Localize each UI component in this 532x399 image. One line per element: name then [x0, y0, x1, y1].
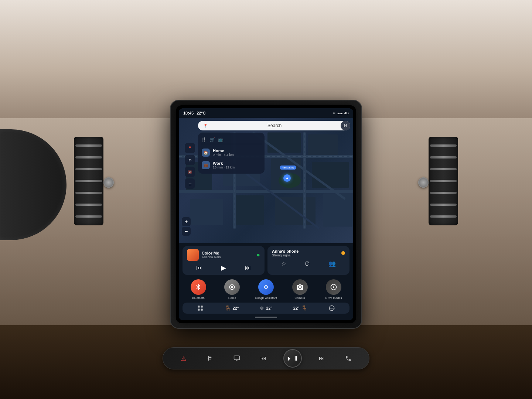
assistant-app-icon: [258, 279, 274, 295]
nav-destination-work[interactable]: 💼 Work 16 min · 12 km: [201, 160, 262, 171]
map-area[interactable]: 📍 ⚙ 🔇 ⚏ 📍 Search ▲ 🍴: [179, 118, 353, 243]
next-media-button[interactable]: ⏭: [315, 352, 328, 365]
work-dest-name: Work: [213, 161, 235, 166]
right-knob[interactable]: [418, 177, 429, 188]
favorites-button[interactable]: ☆: [281, 260, 286, 267]
nav-cat-shop[interactable]: 🛒: [209, 137, 215, 142]
svg-rect-34: [234, 356, 240, 360]
zoom-in-button[interactable]: +: [182, 217, 191, 226]
svg-point-23: [231, 286, 233, 288]
right-vent: [429, 137, 458, 225]
nav-location-icon[interactable]: 📍: [185, 143, 195, 153]
work-dest-detail: 16 min · 12 km: [213, 166, 235, 169]
search-text: Search: [267, 123, 282, 128]
nav-overlay: 📍 ⚙ 🔇 ⚏ 📍 Search ▲ 🍴: [182, 121, 350, 174]
prev-media-button[interactable]: ⏮: [257, 352, 270, 365]
svg-rect-30: [201, 309, 202, 311]
phone-info: Anna's phone Strong signal: [272, 249, 341, 257]
play-pause-button[interactable]: ▶: [221, 264, 226, 272]
music-artist: Arizona Rain: [202, 255, 253, 259]
radio-app-icon: [224, 279, 240, 295]
vent-blade: [430, 204, 457, 206]
seat-heat-driver-icon: 🪑: [225, 305, 231, 311]
climate-row: 🪑 22° ❄ 22° 22° 🪑: [183, 303, 349, 314]
heated-seat-button[interactable]: [204, 352, 217, 365]
side-nav: 📍 ⚙ 🔇 ⚏: [185, 143, 195, 189]
quick-app-camera[interactable]: Camera: [284, 279, 316, 300]
recents-button[interactable]: ⏱: [304, 260, 310, 267]
contacts-button[interactable]: 👥: [328, 260, 336, 267]
screen: 10:45 22°C ∗ ▴▴▴ 4G: [179, 108, 353, 320]
vent-blade: [75, 215, 102, 218]
vent-blade: [430, 168, 457, 170]
phone-card-header: Anna's phone Strong signal: [272, 249, 345, 257]
nav-destination-home[interactable]: 🏠 Home 9 min · 6.4 km: [201, 147, 262, 158]
music-controls: ⏮ ▶ ⏭: [187, 264, 260, 272]
left-knob[interactable]: [103, 177, 114, 188]
quick-app-radio[interactable]: Radio: [216, 279, 248, 300]
vent-blade: [75, 204, 102, 206]
zoom-out-button[interactable]: −: [182, 227, 191, 236]
drive-modes-app-icon: [326, 279, 341, 295]
search-bar[interactable]: 📍 Search ▲: [198, 121, 350, 130]
svg-rect-28: [201, 306, 202, 307]
vent-blade: [430, 144, 457, 147]
passenger-temp-item[interactable]: 22° 🪑: [293, 305, 308, 311]
media-row: Color Me Arizona Rain ● ⏮ ▶ ⏭: [179, 243, 353, 278]
music-card[interactable]: Color Me Arizona Rain ● ⏮ ▶ ⏭: [183, 246, 265, 275]
screen-share-button[interactable]: [230, 352, 243, 365]
next-track-button[interactable]: ⏭: [245, 265, 251, 271]
drive-modes-app-label: Drive modes: [325, 296, 342, 300]
nav-cat-food[interactable]: 🍴: [201, 137, 207, 142]
apps-grid[interactable]: [197, 305, 204, 311]
vent-blade: [430, 192, 457, 194]
quick-app-assistant[interactable]: Google Assistant: [250, 279, 282, 300]
vent-blade: [75, 192, 102, 194]
hazard-lights-button[interactable]: ⚠: [177, 352, 190, 365]
nav-cat-screen[interactable]: 📺: [218, 137, 224, 142]
quick-app-drive-modes[interactable]: Drive modes: [318, 279, 349, 300]
phone-name: Anna's phone: [272, 249, 341, 253]
phone-call-button[interactable]: [342, 352, 355, 365]
driver-temp: 22°: [233, 306, 239, 310]
bluetooth-app-label: Bluetooth: [192, 296, 205, 300]
play-pause-media-button[interactable]: ⏵⏸: [283, 349, 302, 368]
svg-rect-9: [234, 195, 264, 225]
driver-temp-item[interactable]: 🪑 22°: [225, 305, 239, 311]
nav-menu: 🍴 🛒 📺 🏠 Home 9 min · 6.4 km: [198, 133, 265, 174]
work-dest-info: Work 16 min · 12 km: [213, 161, 235, 169]
phone-card[interactable]: Anna's phone Strong signal ☆ ⏱ 👥: [267, 246, 349, 275]
prev-track-button[interactable]: ⏮: [196, 265, 202, 271]
quick-app-bluetooth[interactable]: Bluetooth: [183, 279, 214, 300]
nav-position-marker: ▲: [283, 174, 291, 182]
home-dest-icon: 🏠: [202, 149, 210, 157]
vent-blade: [430, 180, 457, 182]
music-info: Color Me Arizona Rain: [202, 251, 253, 259]
screen-bezel: 10:45 22°C ∗ ▴▴▴ 4G: [176, 105, 356, 323]
svg-rect-8: [190, 199, 223, 225]
vent-blade: [75, 168, 102, 170]
album-art: [187, 249, 199, 261]
nav-category-icons: 🍴 🛒 📺: [201, 136, 262, 144]
status-bar: 10:45 22°C ∗ ▴▴▴ 4G: [179, 108, 353, 118]
fan-temp: 22°: [266, 306, 272, 310]
radio-app-label: Radio: [228, 296, 236, 300]
nav-sound-icon[interactable]: 🔇: [185, 167, 195, 177]
nav-settings-icon[interactable]: ⚙: [185, 155, 195, 165]
fan-item[interactable]: ❄ 22°: [260, 305, 272, 311]
vent-blade: [75, 180, 102, 182]
zoom-controls: + −: [182, 217, 191, 236]
phone-controls: ☆ ⏱ 👥: [272, 260, 345, 267]
nav-route-icon[interactable]: ⚏: [185, 178, 195, 189]
music-title: Color Me: [202, 251, 253, 255]
svg-rect-27: [198, 306, 200, 307]
home-indicator: [255, 317, 277, 318]
physical-controls: ⚠ ⏮ ⏵⏸ ⏭: [163, 347, 369, 369]
svg-rect-11: [323, 194, 352, 227]
left-vent: [74, 137, 103, 225]
home-dest-info: Home 9 min · 6.4 km: [213, 149, 234, 157]
steering-wheel-heat[interactable]: [328, 305, 335, 311]
compass[interactable]: N: [341, 121, 350, 130]
home-dest-name: Home: [213, 149, 234, 153]
assistant-app-label: Google Assistant: [255, 296, 277, 300]
